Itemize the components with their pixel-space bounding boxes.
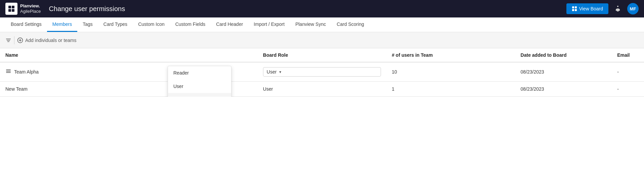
dropdown-option-user[interactable]: User xyxy=(168,80,231,93)
filter-button[interactable] xyxy=(5,37,11,43)
tab-custom-fields[interactable]: Custom Fields xyxy=(170,17,211,32)
row1-role: User ▼ xyxy=(258,62,386,82)
svg-rect-4 xyxy=(572,6,574,8)
notifications-button[interactable] xyxy=(612,3,623,14)
svg-rect-18 xyxy=(6,72,11,73)
view-board-button[interactable]: View Board xyxy=(566,3,608,14)
svg-rect-1 xyxy=(12,6,14,8)
dropdown-arrow-icon: ▼ xyxy=(278,70,282,74)
row2-role: User xyxy=(258,82,386,97)
table-row: New Team User 1 08/23/2023 - xyxy=(0,82,644,97)
tab-planview-sync[interactable]: Planview Sync xyxy=(290,17,331,32)
tab-members[interactable]: Members xyxy=(47,17,77,32)
logo-text: Planview. AgilePlace xyxy=(20,3,41,14)
logo-line2: AgilePlace xyxy=(20,9,41,14)
tab-card-scoring[interactable]: Card Scoring xyxy=(331,17,370,32)
add-individuals-button[interactable]: Add individuals or teams xyxy=(17,37,77,43)
table-row: Team Alpha User ▼ 10 08/23/2023 - xyxy=(0,62,644,82)
svg-rect-7 xyxy=(575,9,577,11)
members-toolbar: Add individuals or teams xyxy=(0,32,644,48)
logo-line1: Planview. xyxy=(20,3,41,9)
col-header-email: Email xyxy=(612,48,644,62)
row2-email: - xyxy=(612,82,644,97)
user-avatar[interactable]: MF xyxy=(627,3,639,14)
table-header-row: Name Board Role # of users in Team Date … xyxy=(0,48,644,62)
svg-point-8 xyxy=(617,6,618,7)
col-header-users: # of users in Team xyxy=(386,48,515,62)
role-dropdown-trigger[interactable]: User ▼ xyxy=(263,67,381,77)
row2-date: 08/23/2023 xyxy=(515,82,612,97)
col-header-name: Name xyxy=(0,48,258,62)
svg-rect-3 xyxy=(12,9,14,12)
row2-users: 1 xyxy=(386,82,515,97)
topbar: Planview. AgilePlace Change user permiss… xyxy=(0,0,644,17)
role-dropdown-menu: Reader User Manager Administrator xyxy=(168,66,231,97)
grid-icon xyxy=(572,6,577,11)
row1-email: - xyxy=(612,62,644,82)
svg-rect-5 xyxy=(575,6,577,8)
members-table: Name Board Role # of users in Team Date … xyxy=(0,48,644,97)
tab-board-settings[interactable]: Board Settings xyxy=(5,17,47,32)
tabbar: Board Settings Members Tags Card Types C… xyxy=(0,17,644,32)
svg-rect-16 xyxy=(6,70,11,70)
toolbar-divider xyxy=(14,36,14,44)
svg-rect-17 xyxy=(6,71,11,72)
planview-logo-icon xyxy=(5,3,17,15)
row1-date: 08/23/2023 xyxy=(515,62,612,82)
view-board-label: View Board xyxy=(579,6,603,11)
page-title: Change user permissions xyxy=(49,5,125,13)
topbar-right: View Board MF xyxy=(566,3,639,14)
role-value: User xyxy=(267,69,277,75)
tab-custom-icon[interactable]: Custom Icon xyxy=(133,17,170,32)
members-table-container: Name Board Role # of users in Team Date … xyxy=(0,48,644,97)
dropdown-option-reader[interactable]: Reader xyxy=(168,66,231,80)
tab-import-export[interactable]: Import / Export xyxy=(248,17,290,32)
svg-rect-2 xyxy=(8,9,11,12)
col-header-role: Board Role xyxy=(258,48,386,62)
filter-icon xyxy=(5,37,11,43)
team-icon xyxy=(5,68,11,76)
tab-tags[interactable]: Tags xyxy=(77,17,98,32)
svg-rect-6 xyxy=(572,9,574,11)
tab-card-types[interactable]: Card Types xyxy=(98,17,133,32)
logo-area: Planview. AgilePlace xyxy=(5,3,41,15)
svg-rect-9 xyxy=(617,11,619,11)
add-circle-icon xyxy=(17,37,23,43)
col-header-date: Date added to Board xyxy=(515,48,612,62)
dropdown-option-manager[interactable]: Manager xyxy=(168,93,231,97)
add-individuals-label: Add individuals or teams xyxy=(25,38,77,43)
row1-users: 10 xyxy=(386,62,515,82)
bell-icon xyxy=(614,5,621,12)
tab-card-header[interactable]: Card Header xyxy=(211,17,248,32)
svg-rect-0 xyxy=(8,6,11,8)
